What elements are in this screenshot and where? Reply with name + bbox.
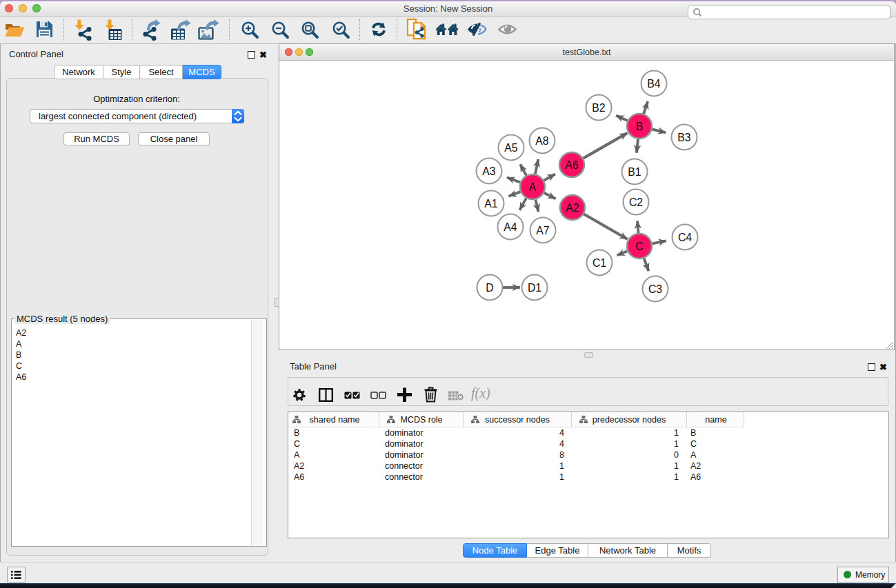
svg-text:connector: connector <box>385 472 423 482</box>
svg-text:1: 1 <box>674 461 679 471</box>
svg-text:A1: A1 <box>484 198 498 210</box>
svg-text:connector: connector <box>385 461 423 471</box>
svg-text:B: B <box>690 428 696 438</box>
svg-text:A2: A2 <box>294 461 304 471</box>
svg-text:1: 1 <box>674 439 679 449</box>
svg-text:C: C <box>635 241 643 252</box>
svg-text:1: 1 <box>674 428 679 438</box>
svg-text:A: A <box>529 181 537 193</box>
svg-text:dominator: dominator <box>385 439 424 449</box>
svg-text:B: B <box>294 428 299 438</box>
svg-text:predecessor nodes: predecessor nodes <box>593 415 666 425</box>
svg-text:D: D <box>486 282 493 294</box>
svg-text:dominator: dominator <box>385 450 424 460</box>
svg-text:successor nodes: successor nodes <box>485 415 550 425</box>
svg-text:A4: A4 <box>504 221 517 233</box>
svg-text:B: B <box>636 121 644 132</box>
svg-text:D1: D1 <box>528 282 541 294</box>
svg-text:C1: C1 <box>593 257 606 269</box>
svg-text:A3: A3 <box>482 165 496 177</box>
svg-text:dominator: dominator <box>385 428 424 438</box>
svg-text:1: 1 <box>559 472 564 482</box>
svg-text:8: 8 <box>559 450 564 460</box>
svg-text:name: name <box>705 415 726 425</box>
svg-text:A: A <box>690 450 697 460</box>
svg-text:A6: A6 <box>690 472 701 482</box>
svg-text:C: C <box>294 439 300 449</box>
svg-text:A: A <box>294 450 300 460</box>
svg-text:C: C <box>690 439 697 449</box>
svg-text:B2: B2 <box>592 102 605 114</box>
svg-text:B3: B3 <box>677 132 691 143</box>
svg-text:1: 1 <box>559 461 564 471</box>
svg-text:1: 1 <box>674 472 679 482</box>
svg-text:A5: A5 <box>504 142 518 154</box>
svg-text:A6: A6 <box>294 472 304 482</box>
svg-text:A6: A6 <box>565 159 579 171</box>
svg-text:MCDS role: MCDS role <box>400 415 442 425</box>
svg-text:B4: B4 <box>647 78 661 90</box>
svg-text:C3: C3 <box>648 283 662 295</box>
svg-text:0: 0 <box>674 450 679 460</box>
svg-text:A2: A2 <box>690 461 701 471</box>
svg-text:shared name: shared name <box>310 415 360 425</box>
svg-text:A8: A8 <box>535 135 549 147</box>
svg-text:B1: B1 <box>628 166 641 178</box>
svg-text:A7: A7 <box>536 225 549 236</box>
svg-text:4: 4 <box>559 428 564 438</box>
svg-text:4: 4 <box>559 439 564 449</box>
svg-text:C2: C2 <box>629 196 643 208</box>
svg-text:A2: A2 <box>566 202 579 214</box>
svg-text:C4: C4 <box>678 232 692 243</box>
